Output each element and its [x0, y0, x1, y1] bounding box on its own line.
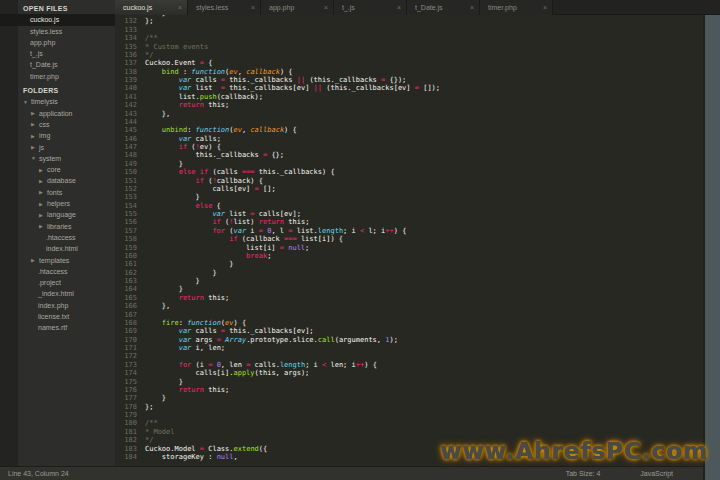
code-line: 157for (var i = 0, l = list.length; i < … [115, 227, 703, 235]
code-editor[interactable]: 131}132};133134/**135* Custom events136*… [115, 15, 703, 466]
code-line: 163} [115, 277, 703, 285]
file-item[interactable]: names.rtf [0, 322, 115, 333]
code-text: */ [145, 51, 153, 59]
file-item[interactable]: .htaccess [0, 266, 115, 277]
code-text: this._callbacks = {}; [145, 151, 284, 159]
tab-cuckoo.js[interactable]: cuckoo.js× [115, 0, 188, 15]
line-number: 171 [115, 344, 145, 352]
open-file-item[interactable]: t_Date.js [0, 59, 115, 70]
watermark: www.AhrefsPC.com [440, 438, 708, 464]
folder-item[interactable]: ▶img [0, 130, 115, 141]
folder-item[interactable]: ▶css [0, 119, 115, 130]
chevron-right-icon[interactable]: ▶ [39, 221, 47, 232]
chevron-right-icon[interactable]: ▶ [31, 255, 39, 266]
tab-app.php[interactable]: app.php× [261, 0, 334, 15]
code-line: 169var calls = this._callbacks[ev]; [115, 327, 703, 335]
open-file-item[interactable]: styles.less [0, 26, 115, 37]
code-line: 151if (!callback) { [115, 177, 703, 185]
file-item[interactable]: license.txt [0, 311, 115, 322]
code-line: 149} [115, 160, 703, 168]
code-line: 144 [115, 118, 703, 126]
open-file-item[interactable]: timer.php [0, 71, 115, 82]
tab-close-icon[interactable]: × [178, 0, 182, 15]
chevron-right-icon[interactable]: ▶ [39, 176, 47, 187]
tab-size-indicator[interactable]: Tab Size: 4 [566, 467, 601, 480]
code-line: 133 [115, 26, 703, 34]
line-number: 163 [115, 277, 145, 285]
folder-item[interactable]: ▶fonts [0, 187, 115, 198]
folder-item[interactable]: ▼timelysis [0, 96, 115, 107]
folder-item[interactable]: ▶language [0, 209, 115, 220]
chevron-right-icon[interactable]: ▶ [39, 210, 47, 221]
code-text: * Model [145, 428, 175, 436]
line-number: 150 [115, 168, 145, 176]
line-number: 135 [115, 43, 145, 51]
code-text: } [145, 193, 200, 201]
folder-item[interactable]: ▼system [0, 153, 115, 164]
tree-item-label: .htaccess [46, 234, 76, 241]
folder-item[interactable]: ▶application [0, 108, 115, 119]
open-file-item[interactable]: app.php [0, 37, 115, 48]
folder-item[interactable]: ▶libraries [0, 221, 115, 232]
chevron-right-icon[interactable]: ▶ [39, 165, 47, 176]
chevron-right-icon[interactable]: ▶ [39, 187, 47, 198]
chevron-right-icon[interactable]: ▶ [39, 199, 47, 210]
tab-close-icon[interactable]: × [324, 0, 328, 15]
file-item[interactable]: .htaccess [0, 232, 115, 243]
folder-item[interactable]: ▶core [0, 164, 115, 175]
code-text: list.push(callback); [145, 93, 263, 101]
tab-label: cuckoo.js [123, 4, 152, 11]
line-number: 157 [115, 227, 145, 235]
line-number: 147 [115, 143, 145, 151]
chevron-down-icon[interactable]: ▼ [23, 97, 31, 108]
tab-styles.less[interactable]: styles.less× [188, 0, 261, 15]
code-line: 177} [115, 394, 703, 402]
file-item[interactable]: index.php [0, 300, 115, 311]
folder-item[interactable]: ▶templates [0, 255, 115, 266]
file-item[interactable]: .project [0, 277, 115, 288]
tab-close-icon[interactable]: × [470, 0, 474, 15]
tab-close-icon[interactable]: × [251, 0, 255, 15]
tab-t_.js[interactable]: t_.js× [334, 0, 407, 15]
tree-item-label: application [39, 110, 72, 117]
tab-close-icon[interactable]: × [543, 0, 547, 15]
code-text: fire: function(ev) { [145, 319, 246, 327]
chevron-down-icon[interactable]: ▼ [31, 153, 39, 164]
code-line: 146var calls; [115, 135, 703, 143]
folder-item[interactable]: ▶helpers [0, 198, 115, 209]
code-line: 153} [115, 193, 703, 201]
chevron-right-icon[interactable]: ▶ [31, 108, 39, 119]
file-item[interactable]: index.html [0, 243, 115, 254]
syntax-indicator[interactable]: JavaScript [640, 467, 673, 480]
folder-item[interactable]: ▶js [0, 142, 115, 153]
chevron-right-icon[interactable]: ▶ [31, 142, 39, 153]
line-number: 162 [115, 269, 145, 277]
line-number: 154 [115, 202, 145, 210]
open-file-item[interactable]: t_.js [0, 48, 115, 59]
code-text: calls[i].apply(this, args); [145, 369, 309, 377]
code-line: 179 [115, 411, 703, 419]
tab-timer.php[interactable]: timer.php× [480, 0, 553, 15]
code-line: 168fire: function(ev) { [115, 319, 703, 327]
code-text: else if (calls === this._callbacks) { [145, 168, 335, 176]
folder-item[interactable]: ▶database [0, 175, 115, 186]
tree-item-label: .htaccess [38, 268, 68, 275]
code-line: 161} [115, 260, 703, 268]
tab-t_Date.js[interactable]: t_Date.js× [407, 0, 480, 15]
line-number: 139 [115, 76, 145, 84]
line-number: 152 [115, 185, 145, 193]
chevron-right-icon[interactable]: ▶ [31, 119, 39, 130]
tab-bar: cuckoo.js×styles.less×app.php×t_.js×t_Da… [115, 0, 720, 15]
tree-item-label: license.txt [38, 313, 69, 320]
tree-item-label: css [39, 121, 50, 128]
chevron-right-icon[interactable]: ▶ [31, 131, 39, 142]
scrollbar[interactable] [703, 15, 720, 480]
tree-item-label: system [39, 155, 61, 162]
code-text: storageKey : null, [145, 453, 238, 461]
file-item[interactable]: _index.html [0, 288, 115, 299]
line-number: 170 [115, 336, 145, 344]
code-line: 138bind : function(ev, callback) { [115, 68, 703, 76]
code-text: /** [145, 34, 158, 42]
tab-close-icon[interactable]: × [397, 0, 401, 15]
open-file-item[interactable]: cuckoo.js [0, 14, 115, 25]
